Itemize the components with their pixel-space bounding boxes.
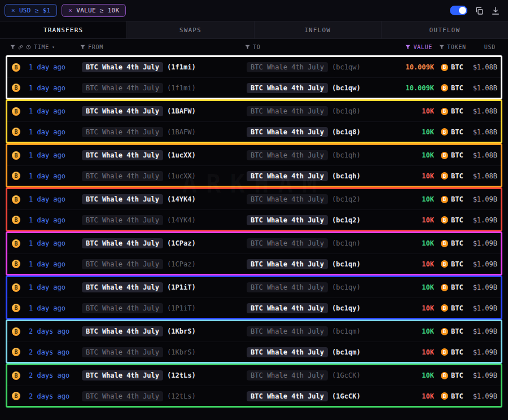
from-entity[interactable]: BTC Whale 4th July (1KbrS) — [82, 347, 247, 357]
from-entity-pill[interactable]: BTC Whale 4th July — [82, 150, 163, 160]
token-cell[interactable]: B BTC — [434, 304, 467, 312]
to-address[interactable]: (bc1qh) — [332, 172, 361, 180]
to-address[interactable]: (bc1qh) — [332, 151, 361, 159]
column-from[interactable]: FROM — [80, 44, 245, 50]
to-address[interactable]: (bc1qn) — [332, 260, 361, 268]
token-cell[interactable]: B BTC — [434, 392, 467, 400]
transfer-row[interactable]: B 1 day ago BTC Whale 4th July (1ucXX) B… — [7, 165, 501, 186]
from-address[interactable]: (1BAFW) — [167, 107, 196, 115]
to-entity[interactable]: BTC Whale 4th July (bc1qn) — [247, 238, 398, 248]
to-address[interactable]: (bc1qy) — [332, 304, 361, 312]
from-entity-pill[interactable]: BTC Whale 4th July — [82, 215, 163, 225]
to-entity[interactable]: BTC Whale 4th July (bc1qm) — [247, 326, 398, 336]
from-entity[interactable]: BTC Whale 4th July (14YK4) — [82, 215, 247, 225]
tab-transfers[interactable]: TRANSFERS — [0, 21, 127, 38]
to-entity-pill[interactable]: BTC Whale 4th July — [247, 326, 328, 336]
column-token[interactable]: TOKEN — [432, 44, 465, 50]
from-address[interactable]: (1f1mi) — [167, 84, 196, 92]
to-entity[interactable]: BTC Whale 4th July (bc1qw) — [247, 83, 398, 93]
tab-inflow[interactable]: INFLOW — [255, 21, 382, 38]
download-icon[interactable] — [491, 6, 500, 15]
transfer-row[interactable]: B 1 day ago BTC Whale 4th July (1f1mi) B… — [7, 77, 501, 98]
to-address[interactable]: (bc1qw) — [332, 84, 361, 92]
transfer-row[interactable]: B 2 days ago BTC Whale 4th July (12tLs) … — [7, 386, 501, 406]
to-entity[interactable]: BTC Whale 4th July (bc1q2) — [247, 194, 398, 204]
to-entity-pill[interactable]: BTC Whale 4th July — [247, 194, 328, 204]
column-usd[interactable]: USD — [465, 44, 496, 50]
from-address[interactable]: (1CPaz) — [167, 239, 196, 247]
from-entity[interactable]: BTC Whale 4th July (1P1iT) — [82, 282, 247, 292]
from-entity-pill[interactable]: BTC Whale 4th July — [82, 127, 163, 137]
from-entity-pill[interactable]: BTC Whale 4th July — [82, 194, 163, 204]
to-entity-pill[interactable]: BTC Whale 4th July — [247, 347, 328, 357]
toggle-switch[interactable] — [450, 6, 467, 15]
to-address[interactable]: (bc1qn) — [332, 239, 361, 247]
to-entity[interactable]: BTC Whale 4th July (bc1qw) — [247, 62, 398, 72]
tab-swaps[interactable]: SWAPS — [127, 21, 254, 38]
from-entity[interactable]: BTC Whale 4th July (1f1mi) — [82, 83, 247, 93]
to-entity[interactable]: BTC Whale 4th July (bc1qh) — [247, 150, 398, 160]
column-to[interactable]: TO — [245, 44, 396, 50]
to-entity[interactable]: BTC Whale 4th July (1GcCK) — [247, 391, 398, 401]
to-entity[interactable]: BTC Whale 4th July (1GcCK) — [247, 370, 398, 380]
to-entity-pill[interactable]: BTC Whale 4th July — [247, 282, 328, 292]
transfer-row[interactable]: B 2 days ago BTC Whale 4th July (1KbrS) … — [7, 321, 501, 342]
from-entity[interactable]: BTC Whale 4th July (1ucXX) — [82, 171, 247, 181]
to-address[interactable]: (bc1qm) — [332, 348, 361, 356]
to-address[interactable]: (1GcCK) — [332, 392, 361, 400]
transfer-row[interactable]: B 2 days ago BTC Whale 4th July (1KbrS) … — [7, 342, 501, 362]
token-cell[interactable]: B BTC — [434, 371, 467, 379]
token-cell[interactable]: B BTC — [434, 172, 467, 180]
to-entity-pill[interactable]: BTC Whale 4th July — [247, 62, 328, 72]
to-entity-pill[interactable]: BTC Whale 4th July — [247, 238, 328, 248]
from-address[interactable]: (12tLs) — [167, 392, 196, 400]
to-entity[interactable]: BTC Whale 4th July (bc1q2) — [247, 215, 398, 225]
from-entity-pill[interactable]: BTC Whale 4th July — [82, 171, 163, 181]
from-entity-pill[interactable]: BTC Whale 4th July — [82, 238, 163, 248]
from-entity[interactable]: BTC Whale 4th July (1CPaz) — [82, 238, 247, 248]
from-entity[interactable]: BTC Whale 4th July (1P1iT) — [82, 303, 247, 313]
token-cell[interactable]: B BTC — [434, 107, 467, 115]
from-entity-pill[interactable]: BTC Whale 4th July — [82, 62, 163, 72]
to-entity-pill[interactable]: BTC Whale 4th July — [247, 370, 328, 380]
token-cell[interactable]: B BTC — [434, 283, 467, 291]
copy-icon[interactable] — [475, 6, 484, 15]
from-address[interactable]: (1P1iT) — [167, 283, 196, 291]
to-entity[interactable]: BTC Whale 4th July (bc1qh) — [247, 171, 398, 181]
to-entity-pill[interactable]: BTC Whale 4th July — [247, 259, 328, 269]
transfer-row[interactable]: B 1 day ago BTC Whale 4th July (1CPaz) B… — [7, 253, 501, 274]
to-entity-pill[interactable]: BTC Whale 4th July — [247, 106, 328, 116]
transfer-row[interactable]: B 1 day ago BTC Whale 4th July (1P1iT) B… — [7, 277, 501, 298]
transfer-row[interactable]: B 1 day ago BTC Whale 4th July (14YK4) B… — [7, 189, 501, 209]
token-cell[interactable]: B BTC — [434, 128, 467, 136]
from-entity-pill[interactable]: BTC Whale 4th July — [82, 326, 163, 336]
close-icon[interactable]: × — [11, 7, 15, 14]
from-entity-pill[interactable]: BTC Whale 4th July — [82, 391, 163, 401]
from-entity[interactable]: BTC Whale 4th July (1BAFW) — [82, 127, 247, 137]
from-address[interactable]: (1KbrS) — [167, 348, 196, 356]
transfer-row[interactable]: B 1 day ago BTC Whale 4th July (1CPaz) B… — [7, 233, 501, 253]
transfer-row[interactable]: B 1 day ago BTC Whale 4th July (1BAFW) B… — [7, 101, 501, 121]
close-icon[interactable]: × — [68, 7, 72, 14]
from-entity[interactable]: BTC Whale 4th July (1ucXX) — [82, 150, 247, 160]
to-address[interactable]: (bc1qm) — [332, 327, 361, 335]
to-address[interactable]: (bc1q2) — [332, 195, 361, 203]
from-address[interactable]: (14YK4) — [167, 195, 196, 203]
token-cell[interactable]: B BTC — [434, 327, 467, 335]
to-entity[interactable]: BTC Whale 4th July (bc1q8) — [247, 127, 398, 137]
from-address[interactable]: (1KbrS) — [167, 327, 196, 335]
from-entity-pill[interactable]: BTC Whale 4th July — [82, 347, 163, 357]
from-address[interactable]: (12tLs) — [167, 371, 196, 379]
token-cell[interactable]: B BTC — [434, 151, 467, 159]
from-entity[interactable]: BTC Whale 4th July (1BAFW) — [82, 106, 247, 116]
from-entity[interactable]: BTC Whale 4th July (1f1mi) — [82, 62, 247, 72]
filter-chip-usd[interactable]: × USD ≥ $1 — [5, 4, 57, 17]
from-entity-pill[interactable]: BTC Whale 4th July — [82, 282, 163, 292]
to-entity[interactable]: BTC Whale 4th July (bc1qy) — [247, 282, 398, 292]
to-entity-pill[interactable]: BTC Whale 4th July — [247, 215, 328, 225]
from-entity[interactable]: BTC Whale 4th July (14YK4) — [82, 194, 247, 204]
token-cell[interactable]: B BTC — [434, 239, 467, 247]
to-entity-pill[interactable]: BTC Whale 4th July — [247, 127, 328, 137]
from-address[interactable]: (1ucXX) — [167, 172, 196, 180]
from-entity[interactable]: BTC Whale 4th July (1CPaz) — [82, 259, 247, 269]
